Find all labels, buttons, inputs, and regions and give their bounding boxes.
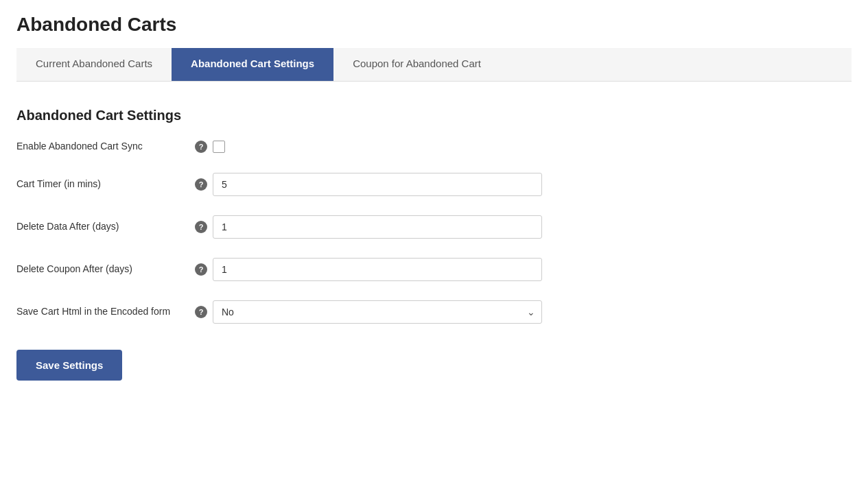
tabs-container: Current Abandoned Carts Abandoned Cart S… [16,48,852,82]
delete-data-field: ? [195,215,542,239]
field-enable-sync: Enable Abandoned Cart Sync ? [16,140,852,154]
field-delete-data: Delete Data After (days) ? [16,215,852,239]
delete-data-help-icon[interactable]: ? [195,221,207,233]
field-delete-coupon: Delete Coupon After (days) ? [16,258,852,281]
enable-sync-checkbox[interactable] [213,141,225,153]
settings-form: Abandoned Cart Settings Enable Abandoned… [16,101,852,407]
save-cart-html-field: ? No Yes ⌄ [195,300,542,324]
delete-data-label: Delete Data After (days) [16,220,195,234]
cart-timer-label: Cart Timer (in mins) [16,178,195,191]
cart-timer-input[interactable] [213,173,542,196]
save-button-row: Save Settings [16,343,852,381]
delete-data-input[interactable] [213,215,542,239]
enable-sync-help-icon[interactable]: ? [195,141,207,153]
save-settings-button[interactable]: Save Settings [16,350,122,381]
delete-coupon-label: Delete Coupon After (days) [16,263,195,276]
field-cart-timer: Cart Timer (in mins) ? [16,173,852,196]
cart-timer-field: ? [195,173,542,196]
save-cart-html-select[interactable]: No Yes [213,300,542,324]
tab-abandoned-cart-settings[interactable]: Abandoned Cart Settings [172,48,333,81]
enable-sync-field: ? [195,141,225,153]
save-cart-html-label: Save Cart Html in the Encoded form [16,305,195,319]
tab-coupon-for-abandoned-cart[interactable]: Coupon for Abandoned Cart [333,48,500,81]
field-save-cart-html: Save Cart Html in the Encoded form ? No … [16,300,852,324]
delete-coupon-help-icon[interactable]: ? [195,263,207,276]
enable-sync-checkbox-wrapper [213,141,225,153]
page-wrapper: Abandoned Carts Current Abandoned Carts … [0,0,868,420]
page-title: Abandoned Carts [16,14,852,36]
tab-current-abandoned-carts[interactable]: Current Abandoned Carts [16,48,172,81]
delete-coupon-input[interactable] [213,258,542,281]
enable-sync-label: Enable Abandoned Cart Sync [16,140,195,154]
save-cart-html-help-icon[interactable]: ? [195,306,207,318]
section-title: Abandoned Cart Settings [16,108,852,123]
save-cart-html-select-wrapper: No Yes ⌄ [213,300,542,324]
delete-coupon-field: ? [195,258,542,281]
cart-timer-help-icon[interactable]: ? [195,178,207,191]
